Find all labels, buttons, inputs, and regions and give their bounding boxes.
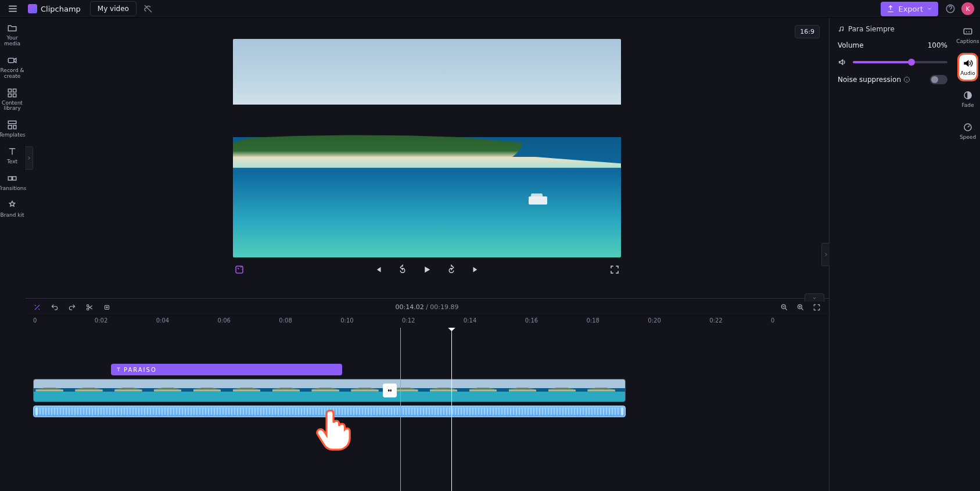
ruler-tick: 0:22 [709, 317, 722, 324]
timeline-timecode: 00:14.02 / 00:19.89 [395, 303, 458, 311]
camera-icon [7, 55, 17, 66]
split-button[interactable] [85, 303, 94, 311]
ruler-tick: 0:18 [587, 317, 600, 324]
volume-icon [838, 58, 847, 67]
nav-transitions[interactable]: Transitions [0, 173, 26, 192]
chevron-down-icon [927, 6, 932, 12]
timeline-tracks[interactable]: PARAISO [33, 328, 821, 491]
svg-rect-1 [8, 58, 14, 63]
seek-forward-button[interactable] [446, 264, 457, 275]
svg-rect-2 [8, 89, 11, 92]
selected-track-name: Para Siempre [838, 25, 947, 33]
video-preview[interactable] [233, 39, 621, 257]
magic-button[interactable] [33, 303, 41, 311]
svg-point-15 [106, 306, 107, 307]
zoom-out-button[interactable] [780, 303, 788, 311]
svg-rect-8 [13, 126, 16, 129]
ruler-tick: 0 [33, 317, 37, 324]
ruler-tick: 0:20 [648, 317, 660, 324]
chevron-right-icon [823, 252, 829, 257]
chevron-right-icon [26, 155, 32, 161]
rightnav-fade[interactable]: Fade [960, 87, 975, 112]
brand-label: Clipchamp [41, 5, 81, 13]
svg-rect-14 [105, 305, 109, 309]
nav-brand-kit[interactable]: Brand kit [1, 200, 24, 218]
transitions-icon [7, 173, 17, 184]
text-clip[interactable]: PARAISO [111, 364, 342, 375]
ruler-tick: 0:06 [218, 317, 231, 324]
export-button[interactable]: Export [881, 2, 938, 16]
export-label: Export [898, 5, 923, 13]
rightnav-audio[interactable]: Audio [959, 55, 977, 80]
rightnav-captions[interactable]: Captions [955, 23, 980, 48]
zoom-in-button[interactable] [796, 303, 805, 311]
folder-icon [7, 23, 17, 33]
svg-rect-10 [13, 177, 16, 180]
svg-rect-6 [8, 121, 16, 124]
volume-label: Volume [838, 41, 864, 49]
volume-value: 100% [928, 41, 947, 49]
brand: Clipchamp [26, 4, 85, 13]
nav-record-create[interactable]: Record & create [0, 55, 24, 80]
skip-forward-button[interactable] [471, 264, 481, 275]
crop-button[interactable] [103, 303, 111, 311]
templates-icon [7, 120, 17, 130]
captions-icon [963, 26, 973, 37]
project-title-tab[interactable]: My video [90, 1, 137, 16]
transition-badge[interactable] [383, 384, 397, 397]
svg-rect-7 [8, 126, 12, 129]
avatar[interactable]: K [961, 2, 974, 15]
fade-icon [963, 90, 973, 101]
ruler-tick: 0:14 [464, 317, 476, 324]
info-icon[interactable] [903, 76, 910, 83]
ruler-tick: 0:10 [340, 317, 353, 324]
svg-rect-5 [13, 94, 16, 96]
rightnav-speed[interactable]: Speed [959, 119, 977, 144]
ruler-tick: 0:04 [156, 317, 169, 324]
brand-kit-icon [7, 200, 17, 210]
seek-back-button[interactable] [397, 264, 408, 275]
collapse-right-panel-button[interactable] [821, 243, 830, 266]
svg-point-19 [842, 30, 843, 31]
text-icon [116, 367, 121, 372]
menu-button[interactable] [0, 3, 26, 14]
fullscreen-button[interactable] [609, 264, 620, 275]
ruler-tick: 0:02 [95, 317, 107, 324]
ruler-tick: 0:12 [402, 317, 415, 324]
volume-slider[interactable] [853, 61, 947, 63]
music-note-icon [838, 26, 845, 33]
svg-rect-9 [8, 177, 12, 180]
ruler-tick: 0:08 [279, 317, 292, 324]
undo-button[interactable] [51, 303, 59, 311]
aspect-ratio-chip[interactable]: 16:9 [795, 25, 820, 38]
hover-scrub-line [400, 328, 401, 491]
svg-rect-4 [8, 94, 11, 96]
play-button[interactable] [422, 264, 432, 275]
nav-content-library[interactable]: Content library [0, 88, 24, 112]
skip-back-button[interactable] [373, 264, 383, 275]
nav-text[interactable]: Text [7, 146, 17, 165]
fit-button[interactable] [813, 303, 821, 311]
redo-button[interactable] [68, 303, 76, 311]
playhead[interactable] [451, 328, 452, 491]
svg-point-18 [839, 30, 841, 31]
audio-clip[interactable] [33, 406, 626, 417]
video-clip[interactable] [33, 379, 626, 402]
expand-left-panel-button[interactable] [25, 146, 33, 170]
boat-graphic [529, 196, 547, 205]
library-icon [7, 88, 17, 98]
help-button[interactable] [944, 2, 957, 15]
speed-icon [963, 122, 973, 132]
timeline-ruler[interactable]: 00:020:040:060:080:100:120:140:160:180:2… [33, 316, 821, 328]
text-icon [7, 146, 17, 157]
nav-your-media[interactable]: Your media [0, 23, 24, 47]
svg-rect-11 [236, 266, 243, 273]
ruler-tick: 0 [771, 317, 774, 324]
audio-icon [963, 58, 973, 69]
noise-suppression-toggle[interactable] [930, 75, 947, 84]
svg-rect-21 [964, 29, 972, 34]
noise-suppression-label: Noise suppression [838, 76, 901, 84]
auto-compose-button[interactable] [234, 264, 245, 275]
clipchamp-logo-icon [28, 4, 37, 13]
nav-templates[interactable]: Templates [0, 120, 26, 138]
